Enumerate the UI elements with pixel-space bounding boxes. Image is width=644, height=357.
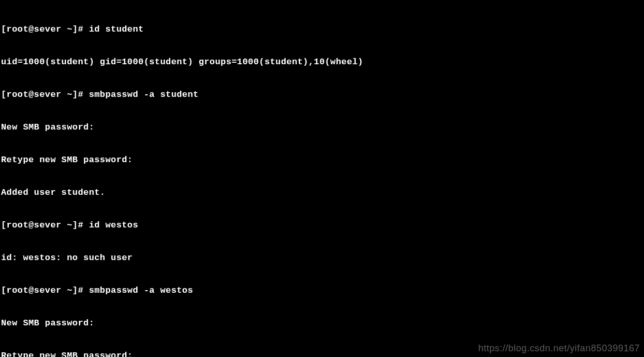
terminal-line: New SMB password: <box>1 318 643 329</box>
terminal-window[interactable]: [root@sever ~]# id student uid=1000(stud… <box>0 0 644 357</box>
terminal-line: [root@sever ~]# smbpasswd -a westos <box>1 285 643 296</box>
terminal-line: [root@sever ~]# id westos <box>1 220 643 231</box>
terminal-line: [root@sever ~]# id student <box>1 24 643 35</box>
terminal-line: Retype new SMB password: <box>1 154 643 165</box>
watermark-text: https://blog.csdn.net/yifan850399167 <box>478 343 640 354</box>
terminal-line: New SMB password: <box>1 122 643 133</box>
terminal-line: [root@sever ~]# smbpasswd -a student <box>1 89 643 100</box>
terminal-line: Added user student. <box>1 187 643 198</box>
terminal-line: uid=1000(student) gid=1000(student) grou… <box>1 56 643 67</box>
terminal-line: id: westos: no such user <box>1 252 643 263</box>
